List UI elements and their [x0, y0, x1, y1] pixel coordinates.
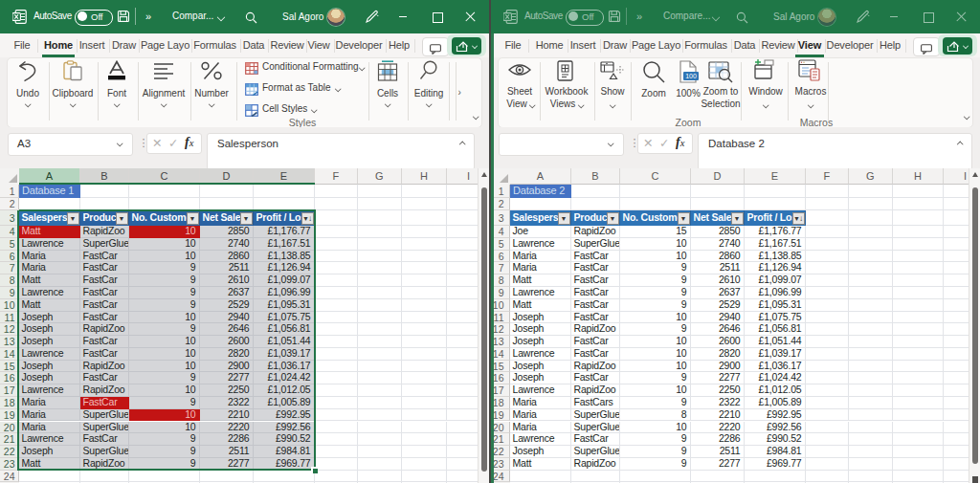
- svg-text:100: 100: [685, 73, 697, 79]
